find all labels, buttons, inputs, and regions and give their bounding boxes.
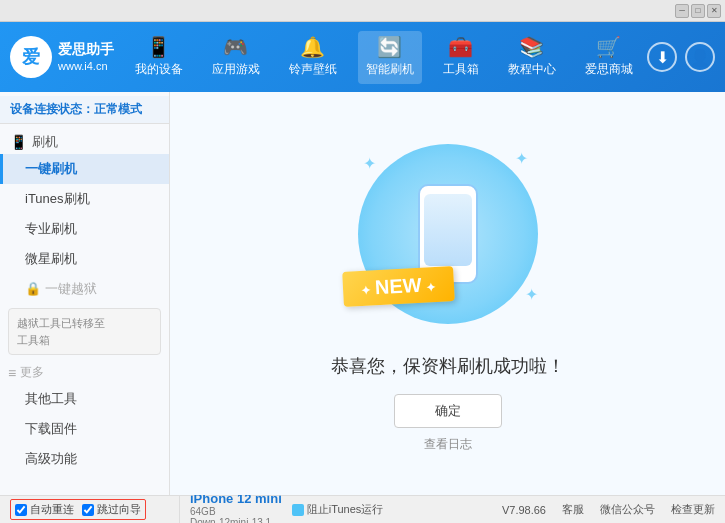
bottom-bar: 自动重连 跳过向导 iPhone 12 mini 64GB Down-12min…	[0, 495, 725, 523]
jailbreak-label: 一键越狱	[45, 281, 97, 296]
header: 爱 爱思助手 www.i4.cn 📱 我的设备 🎮 应用游戏 🔔 铃声壁纸 🔄 …	[0, 22, 725, 92]
more-section-label: 更多	[20, 364, 44, 381]
close-button[interactable]: ✕	[707, 4, 721, 18]
logo-text: 爱思助手 www.i4.cn	[58, 40, 114, 75]
nav-smart-flash[interactable]: 🔄 智能刷机	[358, 31, 422, 84]
new-badge: NEW	[342, 266, 454, 307]
logo-area: 爱 爱思助手 www.i4.cn	[10, 36, 120, 78]
view-log-link[interactable]: 查看日志	[424, 436, 472, 453]
via-wizard-checkbox-item[interactable]: 跳过向导	[82, 502, 141, 517]
nav-tutorial[interactable]: 📚 教程中心	[500, 31, 564, 84]
download-button[interactable]: ⬇	[647, 42, 677, 72]
fix-flash-label: 微星刷机	[25, 251, 77, 266]
user-button[interactable]: 👤	[685, 42, 715, 72]
checkbox-group: 自动重连 跳过向导	[10, 499, 146, 520]
nav-items: 📱 我的设备 🎮 应用游戏 🔔 铃声壁纸 🔄 智能刷机 🧰 工具箱 📚 教程中心…	[120, 31, 647, 84]
nav-actions: ⬇ 👤	[647, 42, 715, 72]
sidebar-item-pro-flash[interactable]: 专业刷机	[0, 214, 169, 244]
status-value: 正常模式	[94, 102, 142, 116]
jailbreak-warning: 越狱工具已转移至 工具箱	[8, 308, 161, 355]
nav-store[interactable]: 🛒 爱思商城	[577, 31, 641, 84]
content-area: ✦ ✦ ✦ NEW 恭喜您，保资料刷机成功啦！ 确定 查看日志	[170, 92, 725, 495]
nav-toolbox-label: 工具箱	[443, 61, 479, 78]
store-icon: 🛒	[596, 37, 621, 57]
tutorial-icon: 📚	[519, 37, 544, 57]
nav-apps-games-label: 应用游戏	[212, 61, 260, 78]
stop-itunes-label: 阻止iTunes运行	[307, 502, 384, 517]
device-status-bar: 设备连接状态：正常模式	[0, 96, 169, 124]
logo-icon: 爱	[10, 36, 52, 78]
advanced-label: 高级功能	[25, 451, 77, 466]
flash-section-label: 刷机	[32, 133, 58, 151]
device-storage: 64GB	[190, 506, 282, 517]
success-message: 恭喜您，保资料刷机成功啦！	[331, 354, 565, 378]
nav-apps-games[interactable]: 🎮 应用游戏	[204, 31, 268, 84]
window-controls[interactable]: ─ □ ✕	[675, 4, 721, 18]
bottom-right: V7.98.66 客服 微信公众号 检查更新	[502, 502, 715, 517]
device-info: iPhone 12 mini 64GB Down-12mini-13,1	[180, 496, 292, 523]
confirm-button[interactable]: 确定	[394, 394, 502, 428]
other-tools-label: 其他工具	[25, 391, 77, 406]
sidebar-item-itunes-flash[interactable]: iTunes刷机	[0, 184, 169, 214]
one-click-flash-label: 一键刷机	[25, 161, 77, 176]
stop-itunes-icon	[292, 504, 304, 516]
nav-my-device[interactable]: 📱 我的设备	[127, 31, 191, 84]
nav-toolbox[interactable]: 🧰 工具箱	[435, 31, 487, 84]
version-text: V7.98.66	[502, 504, 546, 516]
sparkle-top-right: ✦	[515, 149, 528, 168]
nav-ringtone-wallpaper[interactable]: 🔔 铃声壁纸	[281, 31, 345, 84]
status-label: 设备连接状态：	[10, 102, 94, 116]
sparkle-bottom-right: ✦	[525, 285, 538, 304]
nav-store-label: 爱思商城	[585, 61, 633, 78]
sidebar-item-download-firmware[interactable]: 下载固件	[0, 414, 169, 444]
ringtone-icon: 🔔	[300, 37, 325, 57]
minimize-button[interactable]: ─	[675, 4, 689, 18]
sidebar: 设备连接状态：正常模式 📱 刷机 一键刷机 iTunes刷机 专业刷机 微星刷机…	[0, 92, 170, 495]
warning-line1: 越狱工具已转移至	[17, 315, 152, 332]
nav-ringtone-label: 铃声壁纸	[289, 61, 337, 78]
main-layout: 设备连接状态：正常模式 📱 刷机 一键刷机 iTunes刷机 专业刷机 微星刷机…	[0, 92, 725, 495]
app-url: www.i4.cn	[58, 59, 114, 74]
auto-connect-checkbox-item[interactable]: 自动重连	[15, 502, 74, 517]
via-wizard-checkbox[interactable]	[82, 504, 94, 516]
sidebar-item-other-tools[interactable]: 其他工具	[0, 384, 169, 414]
flash-section-icon: 📱	[10, 134, 27, 150]
pro-flash-label: 专业刷机	[25, 221, 77, 236]
more-section-divider: 更多	[0, 359, 169, 384]
section-flash: 📱 刷机	[0, 128, 169, 154]
check-update-link[interactable]: 检查更新	[671, 502, 715, 517]
wechat-link[interactable]: 微信公众号	[600, 502, 655, 517]
app-name: 爱思助手	[58, 40, 114, 60]
sidebar-item-one-click-flash[interactable]: 一键刷机	[0, 154, 169, 184]
auto-connect-label: 自动重连	[30, 502, 74, 517]
warning-line2: 工具箱	[17, 332, 152, 349]
maximize-button[interactable]: □	[691, 4, 705, 18]
sidebar-item-fix-flash[interactable]: 微星刷机	[0, 244, 169, 274]
bottom-left: 自动重连 跳过向导	[10, 496, 180, 523]
via-wizard-label: 跳过向导	[97, 502, 141, 517]
apps-games-icon: 🎮	[223, 37, 248, 57]
auto-connect-checkbox[interactable]	[15, 504, 27, 516]
smart-flash-icon: 🔄	[377, 37, 402, 57]
nav-my-device-label: 我的设备	[135, 61, 183, 78]
toolbox-icon: 🧰	[448, 37, 473, 57]
sparkle-top-left: ✦	[363, 154, 376, 173]
sidebar-item-advanced[interactable]: 高级功能	[0, 444, 169, 474]
title-bar: ─ □ ✕	[0, 0, 725, 22]
customer-service-link[interactable]: 客服	[562, 502, 584, 517]
phone-illustration: ✦ ✦ ✦ NEW	[348, 134, 548, 334]
phone-screen	[424, 194, 472, 266]
sidebar-item-jailbreak: 🔒 一键越狱	[0, 274, 169, 304]
itunes-flash-label: iTunes刷机	[25, 191, 90, 206]
device-firmware: Down-12mini-13,1	[190, 517, 282, 523]
nav-smart-flash-label: 智能刷机	[366, 61, 414, 78]
stop-itunes[interactable]: 阻止iTunes运行	[292, 502, 384, 517]
my-device-icon: 📱	[146, 37, 171, 57]
nav-tutorial-label: 教程中心	[508, 61, 556, 78]
download-firmware-label: 下载固件	[25, 421, 77, 436]
